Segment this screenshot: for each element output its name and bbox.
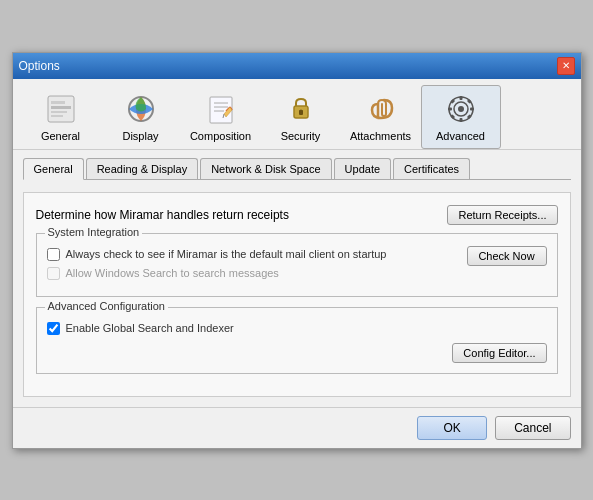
toolbar-btn-security[interactable]: Security [261,85,341,149]
check-default-client[interactable] [47,248,60,261]
advanced-config-label: Advanced Configuration [45,300,168,312]
check-global-search[interactable] [47,322,60,335]
content-area: General Reading & Display Network & Disk… [13,150,581,407]
footer: OK Cancel [13,407,581,448]
toolbar-label-security: Security [281,130,321,142]
check-windows-search-row: Allow Windows Search to search messages [47,267,387,280]
config-editor-button[interactable]: Config Editor... [452,343,546,363]
options-window: Options ✕ General [12,52,582,449]
attachments-icon [363,91,399,127]
toolbar-label-display: Display [122,130,158,142]
system-integration-content: Always check to see if Miramar is the de… [47,242,547,286]
toolbar-label-general: General [41,130,80,142]
return-receipts-button[interactable]: Return Receipts... [447,205,557,225]
toolbar-btn-display[interactable]: Display [101,85,181,149]
window-title: Options [19,59,60,73]
toolbar: General Display [13,79,581,150]
svg-rect-2 [51,101,65,104]
subtab-general[interactable]: General [23,158,84,180]
cancel-button[interactable]: Cancel [495,416,570,440]
check-now-button[interactable]: Check Now [467,246,547,266]
check-windows-search-label: Allow Windows Search to search messages [66,267,279,279]
svg-rect-3 [51,111,67,113]
title-bar: Options ✕ [13,53,581,79]
security-icon [283,91,319,127]
close-button[interactable]: ✕ [557,57,575,75]
toolbar-label-composition: Composition [190,130,251,142]
check-windows-search[interactable] [47,267,60,280]
advanced-icon [443,91,479,127]
subtab-update[interactable]: Update [334,158,391,179]
system-integration-checks: Always check to see if Miramar is the de… [47,242,387,286]
composition-icon [203,91,239,127]
svg-rect-20 [459,118,462,122]
svg-point-18 [458,106,464,112]
subtab-certificates[interactable]: Certificates [393,158,470,179]
title-controls: ✕ [557,57,575,75]
toolbar-btn-attachments[interactable]: Attachments [341,85,421,149]
toolbar-label-attachments: Attachments [350,130,411,142]
svg-rect-1 [51,106,71,109]
svg-rect-4 [51,115,63,117]
advanced-config-group: Advanced Configuration Enable Global Sea… [36,307,558,374]
check-global-search-label: Enable Global Search and Indexer [66,322,234,334]
config-editor-row: Config Editor... [47,343,547,363]
check-default-client-row: Always check to see if Miramar is the de… [47,248,387,261]
display-icon [123,91,159,127]
svg-point-15 [299,110,302,113]
check-global-search-row: Enable Global Search and Indexer [47,322,547,335]
subtab-reading-display[interactable]: Reading & Display [86,158,199,179]
return-receipts-text: Determine how Miramar handles return rec… [36,208,289,222]
toolbar-label-advanced: Advanced [436,130,485,142]
system-integration-label: System Integration [45,226,143,238]
svg-rect-19 [459,96,462,100]
subtabs: General Reading & Display Network & Disk… [23,158,571,180]
toolbar-btn-general[interactable]: General [21,85,101,149]
svg-rect-22 [470,108,474,111]
svg-rect-21 [448,108,452,111]
system-integration-group: System Integration Always check to see i… [36,233,558,297]
check-default-client-label: Always check to see if Miramar is the de… [66,248,387,260]
ok-button[interactable]: OK [417,416,487,440]
toolbar-btn-composition[interactable]: Composition [181,85,261,149]
return-receipts-row: Determine how Miramar handles return rec… [36,205,558,225]
toolbar-btn-advanced[interactable]: Advanced [421,85,501,149]
general-icon [43,91,79,127]
subtab-network-disk[interactable]: Network & Disk Space [200,158,331,179]
main-panel: Determine how Miramar handles return rec… [23,192,571,397]
